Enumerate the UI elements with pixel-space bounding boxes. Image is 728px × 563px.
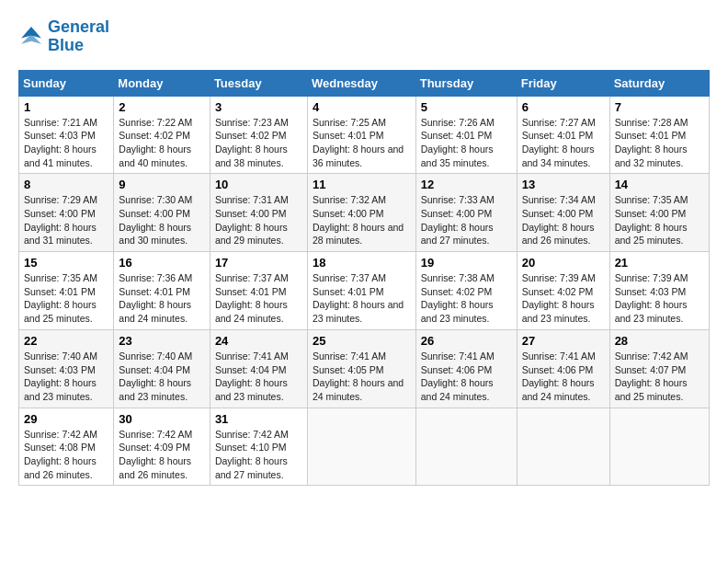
day-info: Sunrise: 7:40 AMSunset: 4:03 PMDaylight:… (24, 350, 108, 404)
weekday-header-sunday: Sunday (19, 70, 114, 96)
calendar-week-2: 8Sunrise: 7:29 AMSunset: 4:00 PMDaylight… (19, 174, 710, 252)
calendar-cell: 6Sunrise: 7:27 AMSunset: 4:01 PMDaylight… (517, 96, 609, 174)
day-info: Sunrise: 7:39 AMSunset: 4:03 PMDaylight:… (615, 271, 704, 326)
calendar-cell: 15Sunrise: 7:35 AMSunset: 4:01 PMDayligh… (19, 252, 114, 330)
day-number: 26 (421, 334, 512, 348)
day-number: 13 (522, 178, 605, 191)
calendar-cell (307, 408, 415, 486)
day-number: 18 (313, 256, 411, 270)
day-info: Sunrise: 7:35 AMSunset: 4:01 PMDaylight:… (24, 271, 108, 326)
calendar-cell: 4Sunrise: 7:25 AMSunset: 4:01 PMDaylight… (307, 96, 415, 174)
calendar-cell: 8Sunrise: 7:29 AMSunset: 4:00 PMDaylight… (19, 174, 114, 252)
day-number: 12 (421, 178, 512, 191)
calendar-cell: 25Sunrise: 7:41 AMSunset: 4:05 PMDayligh… (307, 329, 415, 408)
calendar-cell: 26Sunrise: 7:41 AMSunset: 4:06 PMDayligh… (415, 329, 517, 408)
page-header: General Blue (18, 18, 710, 55)
day-info: Sunrise: 7:35 AMSunset: 4:00 PMDaylight:… (615, 193, 704, 247)
day-number: 24 (215, 334, 302, 348)
calendar-cell: 14Sunrise: 7:35 AMSunset: 4:00 PMDayligh… (609, 174, 709, 252)
calendar-cell: 21Sunrise: 7:39 AMSunset: 4:03 PMDayligh… (609, 252, 709, 330)
calendar-table: SundayMondayTuesdayWednesdayThursdayFrid… (18, 70, 710, 487)
day-info: Sunrise: 7:22 AMSunset: 4:02 PMDaylight:… (119, 116, 205, 170)
day-number: 7 (615, 100, 704, 114)
day-number: 6 (522, 100, 605, 114)
day-info: Sunrise: 7:39 AMSunset: 4:02 PMDaylight:… (522, 271, 605, 326)
day-info: Sunrise: 7:41 AMSunset: 4:05 PMDaylight:… (313, 350, 411, 404)
day-number: 14 (615, 178, 704, 191)
day-number: 23 (119, 334, 205, 348)
calendar-cell: 28Sunrise: 7:42 AMSunset: 4:07 PMDayligh… (609, 329, 709, 408)
day-number: 19 (421, 256, 512, 270)
day-number: 21 (615, 256, 704, 270)
calendar-cell: 16Sunrise: 7:36 AMSunset: 4:01 PMDayligh… (114, 252, 210, 330)
day-info: Sunrise: 7:33 AMSunset: 4:00 PMDaylight:… (421, 193, 512, 247)
day-number: 4 (313, 100, 411, 114)
calendar-cell: 2Sunrise: 7:22 AMSunset: 4:02 PMDaylight… (114, 96, 210, 174)
day-info: Sunrise: 7:23 AMSunset: 4:02 PMDaylight:… (215, 116, 302, 170)
day-info: Sunrise: 7:37 AMSunset: 4:01 PMDaylight:… (215, 271, 302, 326)
day-info: Sunrise: 7:25 AMSunset: 4:01 PMDaylight:… (313, 116, 411, 170)
calendar-cell: 27Sunrise: 7:41 AMSunset: 4:06 PMDayligh… (517, 329, 609, 408)
day-info: Sunrise: 7:34 AMSunset: 4:00 PMDaylight:… (522, 193, 605, 247)
day-info: Sunrise: 7:42 AMSunset: 4:08 PMDaylight:… (24, 428, 108, 482)
day-info: Sunrise: 7:42 AMSunset: 4:09 PMDaylight:… (119, 428, 205, 482)
day-number: 8 (24, 178, 108, 191)
day-number: 2 (119, 100, 205, 114)
weekday-header-saturday: Saturday (609, 70, 709, 96)
calendar-cell: 20Sunrise: 7:39 AMSunset: 4:02 PMDayligh… (517, 252, 609, 330)
day-info: Sunrise: 7:31 AMSunset: 4:00 PMDaylight:… (215, 193, 302, 247)
calendar-cell: 31Sunrise: 7:42 AMSunset: 4:10 PMDayligh… (210, 408, 307, 486)
day-number: 25 (313, 334, 411, 348)
day-number: 15 (24, 256, 108, 270)
day-number: 20 (522, 256, 605, 270)
day-number: 30 (119, 412, 205, 426)
calendar-week-4: 22Sunrise: 7:40 AMSunset: 4:03 PMDayligh… (19, 329, 710, 408)
day-number: 31 (215, 412, 302, 426)
day-info: Sunrise: 7:30 AMSunset: 4:00 PMDaylight:… (119, 193, 205, 247)
day-number: 3 (215, 100, 302, 114)
day-info: Sunrise: 7:41 AMSunset: 4:06 PMDaylight:… (522, 350, 605, 404)
weekday-header-monday: Monday (114, 70, 210, 96)
calendar-cell: 13Sunrise: 7:34 AMSunset: 4:00 PMDayligh… (517, 174, 609, 252)
day-number: 11 (313, 178, 411, 191)
calendar-cell: 7Sunrise: 7:28 AMSunset: 4:01 PMDaylight… (609, 96, 709, 174)
calendar-week-5: 29Sunrise: 7:42 AMSunset: 4:08 PMDayligh… (19, 408, 710, 486)
calendar-week-1: 1Sunrise: 7:21 AMSunset: 4:03 PMDaylight… (19, 96, 710, 174)
day-info: Sunrise: 7:36 AMSunset: 4:01 PMDaylight:… (119, 271, 205, 326)
calendar-cell: 24Sunrise: 7:41 AMSunset: 4:04 PMDayligh… (210, 329, 307, 408)
calendar-cell: 18Sunrise: 7:37 AMSunset: 4:01 PMDayligh… (307, 252, 415, 330)
logo: General Blue (18, 18, 109, 55)
day-info: Sunrise: 7:42 AMSunset: 4:10 PMDaylight:… (215, 428, 302, 482)
calendar-body: 1Sunrise: 7:21 AMSunset: 4:03 PMDaylight… (19, 96, 710, 486)
calendar-cell: 12Sunrise: 7:33 AMSunset: 4:00 PMDayligh… (415, 174, 517, 252)
calendar-cell: 17Sunrise: 7:37 AMSunset: 4:01 PMDayligh… (210, 252, 307, 330)
calendar-header-row: SundayMondayTuesdayWednesdayThursdayFrid… (19, 70, 710, 96)
day-info: Sunrise: 7:28 AMSunset: 4:01 PMDaylight:… (615, 116, 704, 170)
logo-icon (18, 24, 44, 50)
calendar-cell: 22Sunrise: 7:40 AMSunset: 4:03 PMDayligh… (19, 329, 114, 408)
calendar-cell: 9Sunrise: 7:30 AMSunset: 4:00 PMDaylight… (114, 174, 210, 252)
calendar-week-3: 15Sunrise: 7:35 AMSunset: 4:01 PMDayligh… (19, 252, 710, 330)
day-number: 17 (215, 256, 302, 270)
calendar-cell (415, 408, 517, 486)
weekday-header-friday: Friday (517, 70, 609, 96)
day-info: Sunrise: 7:29 AMSunset: 4:00 PMDaylight:… (24, 193, 108, 247)
day-number: 29 (24, 412, 108, 426)
day-number: 22 (24, 334, 108, 348)
day-number: 16 (119, 256, 205, 270)
calendar-cell: 29Sunrise: 7:42 AMSunset: 4:08 PMDayligh… (19, 408, 114, 486)
day-info: Sunrise: 7:27 AMSunset: 4:01 PMDaylight:… (522, 116, 605, 170)
calendar-cell: 30Sunrise: 7:42 AMSunset: 4:09 PMDayligh… (114, 408, 210, 486)
day-number: 5 (421, 100, 512, 114)
day-info: Sunrise: 7:41 AMSunset: 4:06 PMDaylight:… (421, 350, 512, 404)
logo-text: General Blue (48, 18, 109, 55)
day-info: Sunrise: 7:38 AMSunset: 4:02 PMDaylight:… (421, 271, 512, 326)
calendar-cell: 5Sunrise: 7:26 AMSunset: 4:01 PMDaylight… (415, 96, 517, 174)
day-number: 27 (522, 334, 605, 348)
calendar-cell: 11Sunrise: 7:32 AMSunset: 4:00 PMDayligh… (307, 174, 415, 252)
calendar-cell: 1Sunrise: 7:21 AMSunset: 4:03 PMDaylight… (19, 96, 114, 174)
weekday-header-thursday: Thursday (415, 70, 517, 96)
weekday-header-wednesday: Wednesday (307, 70, 415, 96)
calendar-cell: 10Sunrise: 7:31 AMSunset: 4:00 PMDayligh… (210, 174, 307, 252)
calendar-cell (517, 408, 609, 486)
